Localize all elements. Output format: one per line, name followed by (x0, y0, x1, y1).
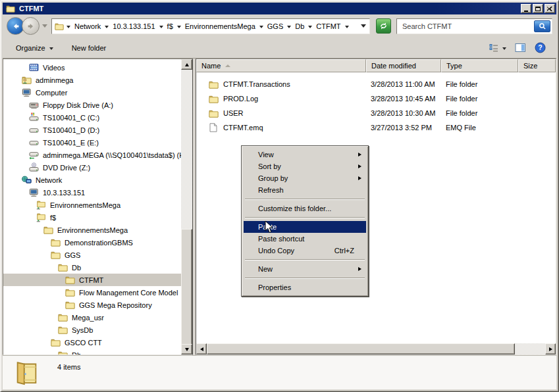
close-button[interactable] (545, 4, 555, 13)
search-placeholder: Search CTFMT (402, 22, 452, 30)
refresh-button[interactable] (376, 18, 391, 34)
menu-item-view[interactable]: View (244, 149, 366, 160)
tree-item-f[interactable]: f$ (3, 211, 181, 224)
forward-button[interactable] (22, 17, 40, 35)
breadcrumb-network[interactable]: Network (72, 22, 103, 31)
status-bar: 4 items (3, 355, 556, 389)
menu-separator (245, 259, 365, 260)
refresh-icon (379, 21, 388, 31)
tree-item-label: Db (72, 264, 81, 272)
tree-item-ts100401-c-c[interactable]: TS100401_C (C:) (3, 111, 181, 124)
tree-item-ts100401-e-e[interactable]: TS100401_E (E:) (3, 136, 181, 149)
column-header-type[interactable]: Type (441, 59, 518, 72)
breadcrumb-separator-icon[interactable] (287, 26, 291, 28)
scroll-down-button[interactable] (181, 344, 192, 355)
vertical-scroll-thumb[interactable] (181, 229, 192, 346)
tree-item-network[interactable]: Network (3, 174, 181, 186)
tree-item-environnementsmega[interactable]: EnvironnementsMega (3, 224, 181, 236)
tree-item-demonstrationgbms[interactable]: DemonstrationGBMS (3, 236, 181, 249)
tree-item-flow-management-core-model[interactable]: Flow Management Core Model (3, 286, 181, 299)
tree-item-environnementsmega[interactable]: EnvironnementsMega (3, 199, 181, 211)
horizontal-scroll-thumb[interactable] (207, 343, 515, 355)
file-row-ctfmt-emq[interactable]: CTFMT.emq3/27/2013 3:52 PMEMQ File (196, 120, 556, 135)
menu-item-group-by[interactable]: Group by (244, 172, 366, 184)
file-row-user[interactable]: USER3/28/2013 10:30 AMFile folder (196, 106, 556, 120)
menu-item-paste-shortcut[interactable]: Paste shortcut (244, 233, 366, 245)
scroll-right-button[interactable] (545, 343, 556, 355)
breadcrumb-separator-icon[interactable] (105, 26, 109, 28)
menu-item-label: Group by (258, 174, 288, 182)
breadcrumb-ctfmt[interactable]: CTFMT (314, 22, 342, 31)
file-name-cell: CTFMT.emq (196, 123, 366, 133)
breadcrumb-f[interactable]: f$ (165, 22, 175, 31)
file-name: USER (223, 109, 244, 117)
menu-item-properties[interactable]: Properties (244, 282, 366, 293)
recent-pages-chevron-icon[interactable] (42, 24, 47, 28)
menu-item-refresh[interactable]: Refresh (244, 184, 366, 196)
maximize-button[interactable] (533, 4, 543, 13)
breadcrumb-separator-icon[interactable] (345, 26, 349, 28)
search-button[interactable] (534, 20, 550, 32)
tree-item-floppy-disk-drive-a[interactable]: Floppy Disk Drive (A:) (3, 99, 181, 111)
menu-item-customize-this-folder[interactable]: Customize this folder... (244, 203, 366, 214)
new-folder-button[interactable]: New folder (68, 41, 111, 55)
tree-item-ggs-mega-repository[interactable]: GGS Mega Repository (3, 299, 181, 311)
tree-item-sysdb[interactable]: SysDb (3, 324, 181, 336)
breadcrumb-ggs[interactable]: GGS (265, 22, 285, 31)
tree-item-adminmega[interactable]: adminmega (3, 74, 181, 86)
big-folder-icon (14, 359, 39, 387)
tree-item-label: GGS (65, 251, 80, 259)
drive-win-icon (28, 112, 39, 122)
breadcrumb-bar[interactable]: Network10.3.133.151f$EnvironnementsMegaG… (51, 18, 370, 34)
organize-button[interactable]: Organize (12, 41, 57, 55)
column-header-name[interactable]: Name (196, 59, 366, 72)
tree-item-label: Db (72, 351, 81, 356)
submenu-arrow-icon (358, 176, 361, 180)
breadcrumb-separator-icon[interactable] (159, 26, 163, 28)
breadcrumb-db[interactable]: Db (293, 22, 306, 31)
tree-item-ctfmt[interactable]: CTFMT (3, 274, 181, 286)
address-folder-icon (54, 21, 65, 31)
tree-item-dvd-drive-z[interactable]: DVD Drive (Z:) (3, 161, 181, 174)
search-input[interactable]: Search CTFMT (396, 18, 552, 34)
tree-item-adminmega-mega-sq100401-tsdata-h[interactable]: adminmega.MEGA (\\SQ100401\tsdata$) (H:) (3, 149, 181, 161)
file-row-ctfmt-transactions[interactable]: CTFMT.Transactions3/28/2013 11:00 AMFile… (196, 77, 556, 91)
breadcrumb-separator-icon[interactable] (259, 26, 263, 28)
command-toolbar: Organize New folder ? (3, 37, 556, 59)
file-date-cell: 3/28/2013 11:00 AM (366, 80, 441, 88)
tree-item-db[interactable]: Db (3, 349, 181, 355)
column-header-date-modified[interactable]: Date modified (366, 59, 441, 72)
menu-item-label: View (258, 151, 274, 159)
tree-item-videos[interactable]: Videos (3, 61, 181, 74)
scroll-left-button[interactable] (196, 343, 207, 355)
preview-pane-button[interactable] (514, 41, 527, 54)
breadcrumb-environnementsmega[interactable]: EnvironnementsMega (183, 22, 257, 31)
tree-item-10-3-133-151[interactable]: 10.3.133.151 (3, 186, 181, 199)
help-button[interactable]: ? (533, 41, 547, 55)
folder-icon (208, 80, 219, 89)
address-history-button[interactable] (359, 21, 368, 32)
menu-item-sort-by[interactable]: Sort by (244, 160, 366, 172)
tree-item-gsco-ctt[interactable]: GSCO CTT (3, 336, 181, 349)
tree-item-mega-usr[interactable]: Mega_usr (3, 311, 181, 324)
minimize-button[interactable] (521, 4, 531, 13)
menu-item-paste[interactable]: Paste (244, 221, 366, 233)
breadcrumb-separator-icon[interactable] (308, 26, 312, 28)
breadcrumb-separator-icon[interactable] (177, 26, 181, 28)
change-view-button[interactable] (487, 42, 508, 54)
breadcrumb-separator-icon[interactable] (67, 26, 70, 28)
tree-item-ts100401-d-d[interactable]: TS100401_D (D:) (3, 124, 181, 136)
scroll-up-icon (185, 63, 189, 66)
tree-item-ggs[interactable]: GGS (3, 249, 181, 261)
scroll-up-button[interactable] (181, 59, 192, 70)
tree-item-db[interactable]: Db (3, 261, 181, 274)
breadcrumb-10-3-133-151[interactable]: 10.3.133.151 (111, 22, 157, 31)
file-row-prod-log[interactable]: PROD.Log3/28/2013 10:45 AMFile folder (196, 91, 556, 106)
tree-vertical-scrollbar[interactable] (181, 59, 192, 355)
horizontal-scrollbar[interactable] (196, 343, 556, 355)
menu-item-undo-copy[interactable]: Undo CopyCtrl+Z (244, 245, 366, 257)
videos-icon (28, 62, 39, 72)
menu-item-new[interactable]: New (244, 263, 366, 275)
column-header-size[interactable]: Size (518, 59, 556, 72)
tree-item-computer[interactable]: Computer (3, 86, 181, 99)
